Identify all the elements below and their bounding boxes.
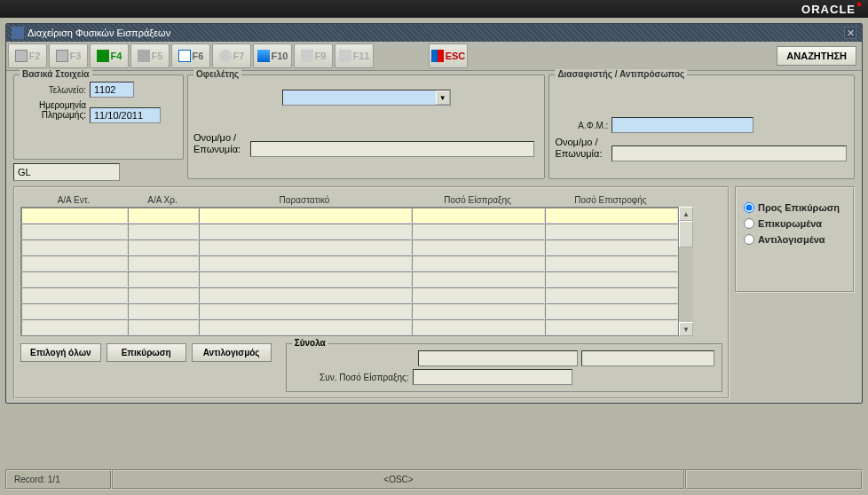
page-icon (178, 50, 191, 62)
afm-label: Α.Φ.Μ.: (555, 121, 608, 130)
window-icon (12, 27, 24, 39)
close-button[interactable]: ✕ (844, 27, 856, 39)
insurer-panel: Διασαφιστής / Αντιπρόσωπος Α.Φ.Μ.: Ονομ/… (548, 75, 855, 179)
totals-sum-input (413, 369, 572, 385)
status-bar: Record: 1/1 <OSC> (5, 469, 863, 490)
grid-row[interactable] (21, 287, 678, 303)
chevron-down-icon: ▼ (436, 90, 450, 105)
f6-button[interactable]: F6 (171, 43, 210, 68)
grid-row[interactable] (21, 255, 678, 271)
col-header-amount-in: Ποσό Είσπραξης (411, 193, 544, 207)
gl-input[interactable] (13, 163, 120, 181)
titlebar: Διαχείριση Φυσικών Εισπράξεων ✕ (6, 24, 862, 42)
totals-top-input (418, 350, 578, 366)
paydate-label-1: Ημερομηνία (20, 100, 86, 110)
status-right (685, 469, 863, 490)
col-header-amount-ret: Ποσό Επιστροφής (544, 193, 677, 207)
reverse-button[interactable]: Αντιλογισμός (192, 343, 272, 362)
new-icon (97, 50, 109, 62)
print-icon (257, 50, 270, 62)
customs-input[interactable] (90, 82, 134, 98)
status-osc: <OSC> (112, 469, 685, 490)
filter-panel: Προς Επικύρωση Επικυρωμένα Αντιλογισμένα (735, 186, 855, 293)
grid-row[interactable] (21, 271, 678, 287)
f9-button[interactable]: F9 (294, 43, 333, 68)
delete-icon (138, 50, 150, 62)
status-record: Record: 1/1 (5, 469, 112, 490)
debtor-name-label-1: Ονομ/μο / (193, 132, 247, 144)
oracle-logo: ORACLE (801, 3, 861, 16)
confirm-button[interactable]: Επικύρωση (107, 343, 186, 362)
basic-info-panel: Βασικά Στοιχεία Τελωνείο: Ημερομηνία Πλη… (13, 75, 184, 160)
debtor-panel: Οφειλέτης ▼ Ονομ/μο / Επωνυμία: (187, 75, 545, 179)
transactions-grid-panel: Α/Α Εντ. Α/Α Χρ. Παραστατικό Ποσό Είσπρα… (13, 186, 730, 399)
f5-delete-button[interactable]: F5 (130, 43, 170, 68)
scroll-up-icon[interactable]: ▲ (679, 207, 693, 221)
grid-row[interactable] (21, 224, 678, 240)
debtor-name-input[interactable] (250, 141, 534, 157)
insurer-name-label-1: Ονομ/μο / (555, 137, 608, 148)
grid-row[interactable] (21, 240, 678, 255)
grid-cell[interactable] (412, 208, 545, 224)
grid-cell[interactable] (21, 208, 128, 224)
scroll-down-icon[interactable]: ▼ (679, 322, 693, 336)
insurer-legend: Διασαφιστής / Αντιπρόσωπος (555, 69, 687, 79)
f10-print-button[interactable]: F10 (253, 43, 292, 68)
f2-save-button[interactable]: F2 (8, 43, 47, 68)
grid-body (20, 207, 679, 336)
main-window: Διαχείριση Φυσικών Εισπράξεων ✕ F2 F3 F4… (5, 23, 863, 404)
customs-label: Τελωνείο: (20, 85, 86, 95)
f3-button[interactable]: F3 (49, 43, 88, 68)
toolbar: F2 F3 F4 F5 F6 F7 F10 F9 F11 ESC ΑΝΑΖΗΤΗ… (6, 42, 862, 71)
basic-legend: Βασικά Στοιχεία (20, 69, 92, 79)
search-button[interactable]: ΑΝΑΖΗΤΗΣΗ (777, 46, 856, 66)
grid-row[interactable] (21, 303, 678, 319)
select-all-button[interactable]: Επιλογή όλων (20, 343, 101, 362)
debtor-name-label-2: Επωνυμία: (193, 144, 247, 155)
f11-button[interactable]: F11 (335, 43, 374, 68)
paydate-input[interactable] (90, 107, 161, 123)
esc-exit-button[interactable]: ESC (429, 43, 468, 68)
filter-reversed-label: Αντιλογισμένα (758, 234, 825, 245)
filter-pending-label: Προς Επικύρωση (758, 202, 840, 213)
f4-new-button[interactable]: F4 (90, 43, 129, 68)
add-icon (219, 50, 232, 62)
filter-confirmed-radio[interactable] (744, 218, 754, 229)
scroll-thumb[interactable] (679, 221, 693, 248)
exit-icon (431, 50, 444, 62)
grid-row[interactable] (21, 208, 678, 224)
oracle-brand-bar: ORACLE (0, 0, 868, 18)
filter-confirmed-label: Επικυρωμένα (758, 218, 822, 229)
col-header-doc: Παραστατικό (198, 193, 411, 207)
debtor-legend: Οφειλέτης (193, 69, 241, 79)
col-header-aa-chr: Α/Α Χρ. (127, 193, 198, 207)
list-icon (301, 50, 313, 62)
vertical-scrollbar[interactable]: ▲ ▼ (679, 207, 693, 336)
grid-cell[interactable] (128, 208, 199, 224)
grid-row[interactable] (21, 319, 678, 335)
totals-legend: Σύνολα (292, 338, 328, 348)
totals-top-input-2 (581, 350, 714, 366)
grid-cell[interactable] (199, 208, 412, 224)
insurer-name-input[interactable] (612, 145, 847, 161)
afm-input[interactable] (612, 117, 754, 133)
totals-panel: Σύνολα Συν. Ποσό Είσπραξης: (286, 343, 722, 392)
save-icon (15, 50, 28, 62)
col-header-aa-ent: Α/Α Εντ. (20, 193, 127, 207)
grid-header: Α/Α Εντ. Α/Α Χρ. Παραστατικό Ποσό Είσπρα… (20, 193, 722, 207)
totals-sum-label: Συν. Ποσό Είσπραξης: (294, 373, 409, 382)
filter-pending-radio[interactable] (744, 202, 754, 213)
document-icon (56, 50, 68, 62)
debtor-combo[interactable]: ▼ (282, 90, 451, 106)
f7-button[interactable]: F7 (212, 43, 251, 68)
insurer-name-label-2: Επωνυμία: (555, 148, 608, 160)
grid-cell[interactable] (545, 208, 678, 224)
filter-reversed-radio[interactable] (744, 234, 754, 245)
grid-icon (339, 50, 351, 62)
window-title: Διαχείριση Φυσικών Εισπράξεων (28, 28, 170, 38)
paydate-label-2: Πληρωμής: (20, 110, 86, 120)
